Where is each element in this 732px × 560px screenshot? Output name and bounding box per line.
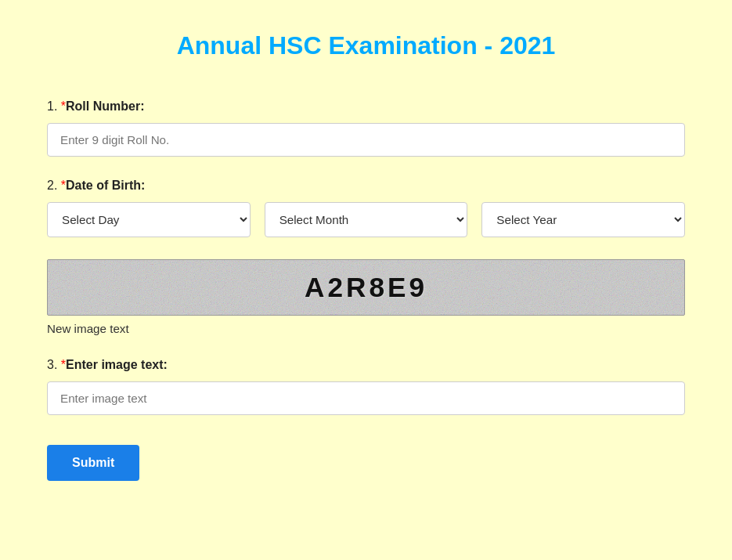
roll-number-section: 1. *Roll Number: bbox=[47, 99, 685, 157]
dob-row: Select Day 12345 678910 1112131415 16171… bbox=[47, 202, 685, 237]
dob-day-select[interactable]: Select Day 12345 678910 1112131415 16171… bbox=[47, 202, 251, 237]
page-title: Annual HSC Examination - 2021 bbox=[47, 31, 685, 60]
image-text-label: 3. *Enter image text: bbox=[47, 358, 685, 372]
dob-year-select[interactable]: Select Year 1990199119921993 19941995199… bbox=[481, 202, 685, 237]
submit-button[interactable]: Submit bbox=[47, 445, 139, 481]
dob-section: 2. *Date of Birth: Select Day 12345 6789… bbox=[47, 179, 685, 237]
captcha-section: A2R8E9 New image text bbox=[47, 259, 685, 336]
captcha-text: A2R8E9 bbox=[305, 272, 427, 303]
roll-number-input[interactable] bbox=[47, 123, 685, 157]
dob-label: 2. *Date of Birth: bbox=[47, 179, 685, 193]
roll-number-label: 1. *Roll Number: bbox=[47, 99, 685, 114]
dob-month-select[interactable]: Select Month JanuaryFebruaryMarchApril M… bbox=[265, 202, 468, 237]
image-text-section: 3. *Enter image text: bbox=[47, 358, 685, 415]
new-image-link[interactable]: New image text bbox=[47, 322, 129, 335]
image-text-input[interactable] bbox=[47, 381, 685, 415]
captcha-image: A2R8E9 bbox=[47, 259, 685, 316]
